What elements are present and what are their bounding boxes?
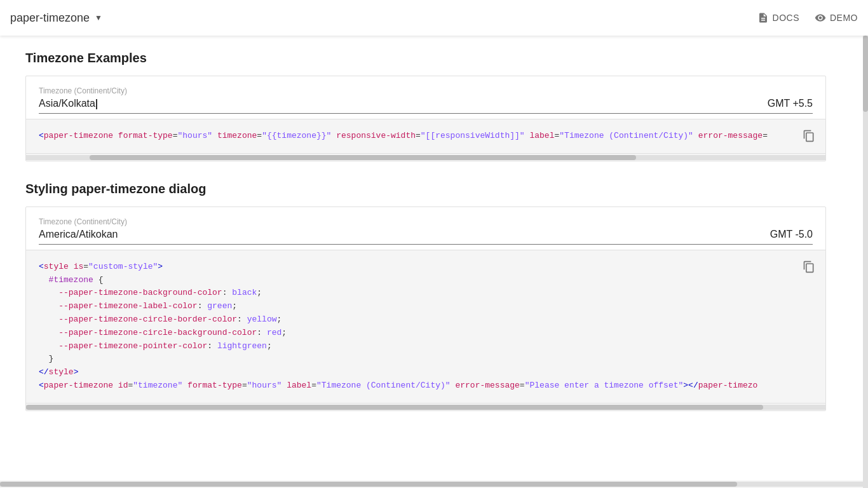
code-line-selector: #timezone {	[39, 274, 813, 287]
code-scrollbar-thumb-1[interactable]	[90, 155, 636, 160]
timezone-label-2: Timezone (Continent/City)	[39, 217, 813, 226]
code-line-css-5: --paper-timezone-pointer-color: lightgre…	[39, 340, 813, 353]
code-scrollbar-2[interactable]	[26, 403, 825, 410]
section-title-timezone-examples: Timezone Examples	[25, 51, 826, 65]
timezone-gmt-1: GMT +5.5	[768, 98, 813, 109]
demo-link[interactable]: DEMO	[815, 12, 858, 24]
copy-button-1[interactable]	[800, 127, 818, 147]
scrollbar-thumb[interactable]	[863, 36, 868, 112]
code-scrollbar-1[interactable]	[26, 153, 825, 161]
demo-label: DEMO	[830, 13, 858, 23]
code-scrollbar-track-1	[26, 155, 825, 160]
timezone-value-1: Asia/Kolkata	[39, 98, 97, 109]
timezone-input-row-1: Asia/Kolkata GMT +5.5	[39, 98, 813, 114]
timezone-label-1: Timezone (Continent/City)	[39, 86, 813, 95]
section-styling-dialog: Styling paper-timezone dialog Timezone (…	[25, 182, 826, 411]
code-line-1: <paper-timezone format-type="hours" time…	[39, 130, 813, 143]
code-area-1: <paper-timezone format-type="hours" time…	[26, 119, 825, 153]
timezone-input-row-2: America/Atikokan GMT -5.0	[39, 229, 813, 245]
toolbar: paper-timezone ▼ DOCS DEMO	[0, 0, 868, 36]
section-timezone-examples: Timezone Examples Timezone (Continent/Ci…	[25, 51, 826, 161]
docs-icon	[757, 12, 769, 24]
code-line-style-open: <style is="custom-style">	[39, 261, 813, 274]
code-scrollbar-track-2	[26, 405, 825, 410]
dropdown-arrow-icon[interactable]: ▼	[95, 13, 102, 22]
code-area-2: <style is="custom-style"> #timezone { --…	[26, 250, 825, 403]
vertical-scrollbar[interactable]	[863, 36, 868, 457]
code-line-css-3: --paper-timezone-circle-border-color: ye…	[39, 313, 813, 327]
demo-card-styling-dialog: Timezone (Continent/City) America/Atikok…	[25, 207, 826, 411]
code-line-css-4: --paper-timezone-circle-background-color…	[39, 327, 813, 340]
copy-button-2[interactable]	[800, 258, 818, 278]
toolbar-left: paper-timezone ▼	[10, 11, 102, 25]
code-line-css-2: --paper-timezone-label-color: green;	[39, 300, 813, 313]
copy-icon-1	[803, 130, 815, 142]
timezone-input-area-1: Timezone (Continent/City) Asia/Kolkata G…	[26, 76, 825, 119]
copy-icon-2	[803, 261, 815, 273]
code-line-css-1: --paper-timezone-background-color: black…	[39, 287, 813, 300]
timezone-gmt-2: GMT -5.0	[770, 229, 813, 240]
code-scrollbar-thumb-2[interactable]	[26, 405, 763, 410]
code-line-component-2: <paper-timezone id="timezone" format-typ…	[39, 379, 813, 393]
code-line-style-close: </style>	[39, 366, 813, 379]
timezone-value-2: America/Atikokan	[39, 229, 118, 240]
main-content: Timezone Examples Timezone (Continent/Ci…	[0, 36, 851, 457]
timezone-input-area-2: Timezone (Continent/City) America/Atikok…	[26, 207, 825, 250]
code-line-css-close: }	[39, 353, 813, 366]
app-title: paper-timezone	[10, 11, 90, 25]
demo-card-timezone-examples: Timezone (Continent/City) Asia/Kolkata G…	[25, 76, 826, 161]
text-cursor-1	[96, 99, 97, 109]
demo-icon	[815, 12, 826, 24]
toolbar-right: DOCS DEMO	[757, 12, 858, 24]
docs-link[interactable]: DOCS	[757, 12, 799, 24]
docs-label: DOCS	[773, 13, 799, 23]
section-title-styling-dialog: Styling paper-timezone dialog	[25, 182, 826, 196]
